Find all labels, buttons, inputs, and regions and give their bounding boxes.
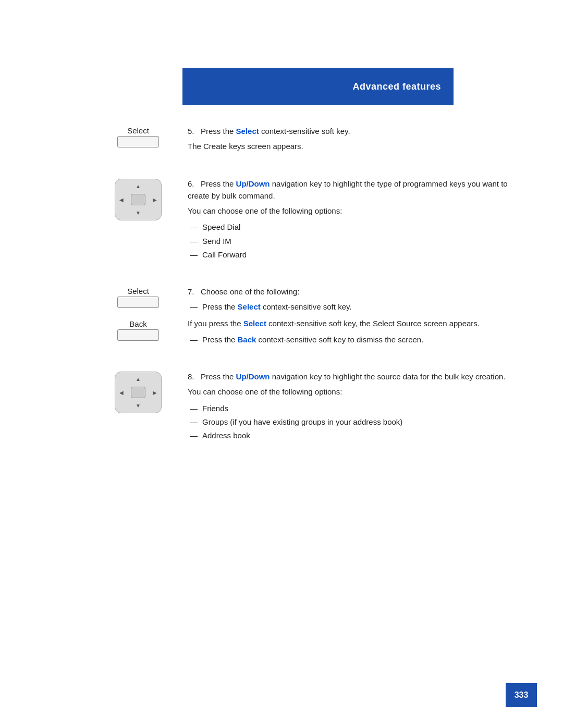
softkey-select-label: Select: [127, 126, 149, 135]
softkey-back-btn-7: [117, 329, 159, 341]
step-6-row: ▲ ▼ ◀ ▶ 6. Press the Up/Down navigation …: [104, 178, 511, 265]
navkey-right-arrow-8: ▶: [153, 390, 157, 396]
content-area: Select 5. Press the Select context-sensi…: [104, 125, 511, 466]
step-5-highlight-select: Select: [236, 127, 259, 135]
navkey-up-arrow: ▲: [136, 183, 141, 189]
navkey-left-arrow-8: ◀: [119, 390, 124, 396]
step-6-image: ▲ ▼ ◀ ▶: [104, 179, 172, 220]
step-8-number: 8. Press the Up/Down navigation key to h…: [188, 371, 511, 382]
step-6-option-send-im: Send IM: [188, 235, 511, 247]
step-6-option-speed-dial: Speed Dial: [188, 221, 511, 233]
step-6-text: 6. Press the Up/Down navigation key to h…: [188, 178, 511, 265]
navkey-widget-6: ▲ ▼ ◀ ▶: [115, 179, 162, 220]
step-8-image: ▲ ▼ ◀ ▶: [104, 372, 172, 413]
step-5-image: Select: [104, 126, 172, 147]
step-8-row: ▲ ▼ ◀ ▶ 8. Press the Up/Down navigation …: [104, 371, 511, 446]
select-softkey-widget: Select: [117, 126, 159, 147]
step-7-highlight-select: Select: [238, 302, 261, 311]
navkey-down-arrow: ▼: [136, 210, 141, 216]
softkey-select-btn: [117, 136, 159, 147]
step-7-highlight-select2: Select: [243, 319, 266, 328]
step-8-option-friends: Friends: [188, 402, 511, 414]
step-8-option-groups: Groups (if you have existing groups in y…: [188, 416, 511, 428]
navkey-up-arrow-8: ▲: [136, 376, 141, 382]
navkey-down-arrow-8: ▼: [136, 403, 141, 409]
step-7-back-list: Press the Back context-sensitive soft ke…: [188, 334, 511, 346]
step-7-press-select: Press the Select context-sensitive soft …: [188, 301, 511, 313]
step-6-number: 6. Press the Up/Down navigation key to h…: [188, 178, 511, 202]
step-7-if-select: If you press the Select context-sensitiv…: [188, 317, 511, 329]
page-number-box: 333: [506, 683, 537, 707]
step-8-options-list: Friends Groups (if you have existing gro…: [188, 402, 511, 442]
step-6-option-call-forward: Call Forward: [188, 249, 511, 261]
step-7-sub-list: Press the Select context-sensitive soft …: [188, 301, 511, 313]
step-7-row: Select Back 7. Choose one of the followi…: [104, 286, 511, 350]
navkey-center-btn: [131, 194, 145, 205]
navkey-center-btn-8: [131, 387, 145, 398]
softkey-back-label-7: Back: [129, 319, 146, 328]
page-number: 333: [515, 690, 529, 700]
step-7-image: Select Back: [104, 287, 172, 341]
step-7-highlight-back: Back: [238, 335, 256, 344]
step-5-create-keys: The Create keys screen appears.: [188, 140, 511, 152]
step-5-number: 5. Press the Select context-sensitive so…: [188, 125, 511, 137]
page-container: Advanced features Select 5. Press the Se…: [0, 0, 563, 728]
select-softkey-widget-7: Select: [117, 287, 159, 308]
softkey-select-btn-7: [117, 297, 159, 308]
step-7-number: 7. Choose one of the following:: [188, 286, 511, 298]
back-softkey-widget-7: Back: [117, 319, 159, 341]
navkey-right-arrow: ▶: [153, 196, 157, 202]
step-7-press-back: Press the Back context-sensitive soft ke…: [188, 334, 511, 346]
step-5-row: Select 5. Press the Select context-sensi…: [104, 125, 511, 157]
step-6-options-list: Speed Dial Send IM Call Forward: [188, 221, 511, 261]
step-8-text: 8. Press the Up/Down navigation key to h…: [188, 371, 511, 446]
step-5-text: 5. Press the Select context-sensitive so…: [188, 125, 511, 157]
navkey-widget-8: ▲ ▼ ◀ ▶: [115, 372, 162, 413]
header-title: Advanced features: [352, 81, 441, 92]
header-bar: Advanced features: [182, 68, 454, 105]
navkey-left-arrow: ◀: [119, 196, 124, 202]
step-6-options-intro: You can choose one of the following opti…: [188, 205, 511, 217]
step-6-highlight-updown: Up/Down: [236, 179, 270, 188]
step-8-highlight-updown: Up/Down: [236, 372, 270, 381]
step-8-options-intro: You can choose one of the following opti…: [188, 386, 511, 398]
step-7-text: 7. Choose one of the following: Press th…: [188, 286, 511, 350]
softkey-select-label-7: Select: [127, 287, 149, 295]
step-8-option-address-book: Address book: [188, 429, 511, 441]
